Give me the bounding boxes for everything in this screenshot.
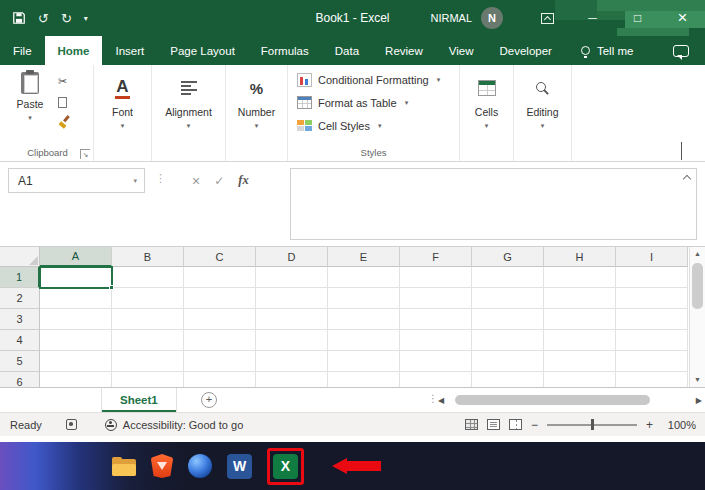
row-header-1[interactable]: 1 <box>0 267 40 288</box>
cell-h6[interactable] <box>544 372 616 387</box>
cell-f3[interactable] <box>400 309 472 330</box>
zoom-slider-thumb[interactable] <box>591 419 594 430</box>
cell-c2[interactable] <box>184 288 256 309</box>
cell-g6[interactable] <box>472 372 544 387</box>
cell-a1[interactable] <box>40 267 112 288</box>
column-header-c[interactable]: C <box>184 247 256 267</box>
account-avatar[interactable]: N <box>481 7 503 29</box>
tell-me-button[interactable]: Tell me <box>581 36 633 65</box>
cells-group-button[interactable]: Cells ▾ <box>460 65 514 161</box>
cell-i3[interactable] <box>616 309 688 330</box>
cell-b2[interactable] <box>112 288 184 309</box>
column-header-e[interactable]: E <box>328 247 400 267</box>
cell-e4[interactable] <box>328 330 400 351</box>
cell-i1[interactable] <box>616 267 688 288</box>
column-header-d[interactable]: D <box>256 247 328 267</box>
cell-i6[interactable] <box>616 372 688 387</box>
enter-entry-icon[interactable]: ✓ <box>214 174 224 188</box>
cell-b3[interactable] <box>112 309 184 330</box>
zoom-in-icon[interactable]: + <box>646 418 653 432</box>
cancel-entry-icon[interactable]: × <box>192 173 200 189</box>
cell-g1[interactable] <box>472 267 544 288</box>
cell-g5[interactable] <box>472 351 544 372</box>
horizontal-scrollbar[interactable]: ◀ ▶ <box>438 392 702 409</box>
customize-toolbar-icon[interactable]: ▾ <box>84 14 88 23</box>
cell-c1[interactable] <box>184 267 256 288</box>
redo-icon[interactable]: ↻ <box>61 11 72 26</box>
macro-record-icon[interactable] <box>66 419 77 430</box>
tab-page-layout[interactable]: Page Layout <box>157 36 248 65</box>
number-group-button[interactable]: % Number ▾ <box>226 65 288 161</box>
cell-c5[interactable] <box>184 351 256 372</box>
cell-g2[interactable] <box>472 288 544 309</box>
cell-f2[interactable] <box>400 288 472 309</box>
clipboard-dialog-launcher-icon[interactable]: ↘ <box>80 149 90 159</box>
column-header-g[interactable]: G <box>472 247 544 267</box>
close-button[interactable]: × <box>660 0 705 36</box>
save-icon[interactable] <box>12 11 26 25</box>
new-sheet-button[interactable]: + <box>201 392 217 408</box>
insert-function-icon[interactable]: fx <box>238 173 248 188</box>
scroll-left-icon[interactable]: ◀ <box>438 396 444 405</box>
cell-c3[interactable] <box>184 309 256 330</box>
cell-a3[interactable] <box>40 309 112 330</box>
scroll-right-icon[interactable]: ▶ <box>696 396 702 405</box>
cell-h5[interactable] <box>544 351 616 372</box>
cell-g3[interactable] <box>472 309 544 330</box>
cell-d4[interactable] <box>256 330 328 351</box>
row-header-2[interactable]: 2 <box>0 288 40 309</box>
column-header-b[interactable]: B <box>112 247 184 267</box>
tab-formulas[interactable]: Formulas <box>248 36 322 65</box>
cell-c6[interactable] <box>184 372 256 387</box>
horizontal-scrollbar-thumb[interactable] <box>455 395 650 405</box>
conditional-formatting-button[interactable]: Conditional Formatting ▾ <box>297 71 453 88</box>
cell-d2[interactable] <box>256 288 328 309</box>
cell-a2[interactable] <box>40 288 112 309</box>
ribbon-display-options-button[interactable] <box>525 0 570 36</box>
vertical-scrollbar[interactable]: ▲ ▼ <box>689 247 705 387</box>
tab-file[interactable]: File <box>0 36 45 65</box>
cell-f6[interactable] <box>400 372 472 387</box>
tab-insert[interactable]: Insert <box>102 36 157 65</box>
zoom-slider[interactable] <box>547 424 637 426</box>
page-layout-view-icon[interactable] <box>487 419 500 430</box>
undo-icon[interactable]: ↺ <box>38 11 49 26</box>
scroll-down-icon[interactable]: ▼ <box>690 376 705 383</box>
cell-e2[interactable] <box>328 288 400 309</box>
row-header-3[interactable]: 3 <box>0 309 40 330</box>
formula-input[interactable] <box>290 168 697 240</box>
cell-c4[interactable] <box>184 330 256 351</box>
accessibility-checker[interactable]: Accessibility: Good to go <box>105 419 243 431</box>
word-icon[interactable]: W <box>227 454 252 479</box>
column-header-a[interactable]: A <box>40 247 112 267</box>
collapse-ribbon-button[interactable] <box>681 143 689 151</box>
cell-a5[interactable] <box>40 351 112 372</box>
file-explorer-icon[interactable] <box>112 457 136 476</box>
account-name[interactable]: NIRMAL <box>430 12 472 24</box>
collapse-formula-bar-icon[interactable] <box>683 175 691 183</box>
cell-f1[interactable] <box>400 267 472 288</box>
cell-d5[interactable] <box>256 351 328 372</box>
tab-data[interactable]: Data <box>322 36 372 65</box>
cell-b6[interactable] <box>112 372 184 387</box>
tab-home[interactable]: Home <box>45 36 103 65</box>
cell-e6[interactable] <box>328 372 400 387</box>
cell-h3[interactable] <box>544 309 616 330</box>
cell-b1[interactable] <box>112 267 184 288</box>
editing-group-button[interactable]: Editing ▾ <box>514 65 572 161</box>
cell-f5[interactable] <box>400 351 472 372</box>
cell-i4[interactable] <box>616 330 688 351</box>
vertical-scrollbar-thumb[interactable] <box>692 263 703 309</box>
sheet-tab-sheet1[interactable]: Sheet1 <box>101 388 177 412</box>
cell-b4[interactable] <box>112 330 184 351</box>
cell-e5[interactable] <box>328 351 400 372</box>
cell-d3[interactable] <box>256 309 328 330</box>
select-all-corner[interactable] <box>0 247 40 267</box>
tab-view[interactable]: View <box>436 36 487 65</box>
cell-g4[interactable] <box>472 330 544 351</box>
cell-d1[interactable] <box>256 267 328 288</box>
drag-handle-icon[interactable]: ⋮ <box>155 172 166 185</box>
name-box[interactable]: A1 ▾ <box>8 168 145 193</box>
cell-styles-button[interactable]: Cell Styles ▾ <box>297 117 453 134</box>
cell-d6[interactable] <box>256 372 328 387</box>
